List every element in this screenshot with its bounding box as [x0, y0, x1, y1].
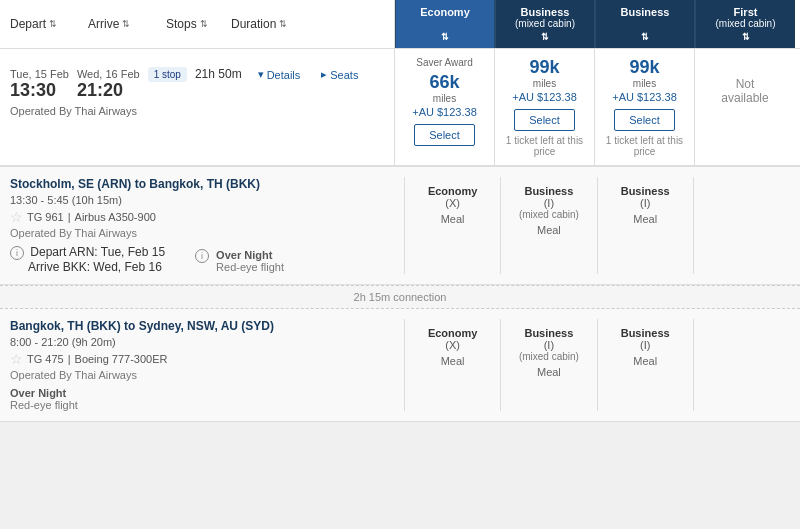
arrive-time: 21:20 — [77, 80, 140, 101]
segment-1-cabin-business-mixed: Business (I) (mixed cabin) Meal — [501, 177, 597, 274]
ticket-left-business: 1 ticket left at this price — [601, 135, 688, 157]
segment-2-left: Bangkok, TH (BKK) to Sydney, NSW, AU (SY… — [10, 319, 405, 411]
business1-sub: (mixed cabin) — [515, 18, 575, 29]
select-business-button[interactable]: Select — [614, 109, 675, 131]
business2-sort-icon: ⇅ — [641, 32, 649, 42]
cabin-header-business1: Business (mixed cabin) ⇅ — [495, 0, 595, 48]
segment-1-depart-text: Depart ARN: Tue, Feb 15 — [30, 245, 165, 259]
business1-sort-icon: ⇅ — [541, 32, 549, 42]
award-label-economy: Saver Award — [416, 57, 473, 68]
first-label: First — [734, 6, 758, 18]
s2-cabin-biz-mixed-class: Business — [507, 327, 590, 339]
stops-badge: 1 stop — [148, 67, 187, 82]
main-container: Depart ⇅ Arrive ⇅ Stops ⇅ Duration ⇅ Eco… — [0, 0, 800, 422]
segment-1-left: Stockholm, SE (ARN) to Bangkok, TH (BKK)… — [10, 177, 405, 274]
segment-1-cabin-business: Business (I) Meal — [598, 177, 694, 274]
overnight-text-2: Over Night Red-eye flight — [10, 387, 78, 411]
segment-1-operated: Operated By Thai Airways — [10, 227, 394, 239]
sort-depart-icon: ⇅ — [49, 19, 57, 29]
s2-cabin-biz-mixed-sub: (I) — [507, 339, 590, 351]
segment-1-times: 13:30 - 5:45 (10h 15m) — [10, 194, 394, 206]
segment-1-aircraft: Airbus A350-900 — [75, 211, 156, 223]
first-sort-icon: ⇅ — [742, 32, 750, 42]
business2-label: Business — [621, 6, 670, 18]
stops-label: Stops — [166, 17, 197, 31]
segment-1-depart-info: i Depart ARN: Tue, Feb 15 Arrive BKK: We… — [10, 245, 165, 274]
s1-meal-economy: Meal — [411, 213, 494, 225]
sort-depart[interactable]: Depart ⇅ — [10, 17, 88, 31]
s1-cabin-economy-sub: (X) — [411, 197, 494, 209]
segment-row-1: Stockholm, SE (ARN) to Bangkok, TH (BKK)… — [0, 167, 800, 285]
segment-row-2: Bangkok, TH (BKK) to Sydney, NSW, AU (SY… — [0, 309, 800, 421]
s1-cabin-biz-mixed-class: Business — [507, 185, 590, 197]
segment-2-operated: Operated By Thai Airways — [10, 369, 394, 381]
depart-time: 13:30 — [10, 80, 69, 101]
overnight-label-2: Over Night — [10, 387, 78, 399]
segment-2-aircraft: Boeing 777-300ER — [75, 353, 168, 365]
duration: 21h 50m — [195, 67, 242, 81]
sort-duration[interactable]: Duration ⇅ — [231, 17, 321, 31]
ticket-left-business-mixed: 1 ticket left at this price — [501, 135, 588, 157]
details-button[interactable]: Details — [250, 65, 309, 84]
not-available-first: Not available — [701, 57, 789, 125]
s1-cabin-biz-class: Business — [604, 185, 687, 197]
separator-1: | — [68, 211, 71, 223]
connection-bar: 2h 15m connection — [0, 285, 800, 309]
separator-2: | — [68, 353, 71, 365]
depart-block: Tue, 15 Feb 13:30 — [10, 68, 69, 101]
sort-stops-icon: ⇅ — [200, 19, 208, 29]
s1-meal-biz: Meal — [604, 213, 687, 225]
segment-2-cabin-first — [694, 319, 790, 411]
header-row: Depart ⇅ Arrive ⇅ Stops ⇅ Duration ⇅ Eco… — [0, 0, 800, 49]
overnight-sub-2: Red-eye flight — [10, 399, 78, 411]
segment-1-cabin-first — [694, 177, 790, 274]
sort-arrive[interactable]: Arrive ⇅ — [88, 17, 166, 31]
s2-meal-biz: Meal — [604, 355, 687, 367]
s1-cabin-biz-sub: (I) — [604, 197, 687, 209]
price-economy: Saver Award 66k miles +AU $123.38 Select — [395, 49, 495, 165]
sort-stops[interactable]: Stops ⇅ — [166, 17, 231, 31]
segment-2-route: Bangkok, TH (BKK) to Sydney, NSW, AU (SY… — [10, 319, 394, 333]
aud-economy: +AU $123.38 — [412, 106, 477, 118]
s2-cabin-biz-mixed-extra: (mixed cabin) — [507, 351, 590, 362]
depart-date: Tue, 15 Feb — [10, 68, 69, 80]
miles-unit-business: miles — [633, 78, 656, 89]
segment-2-flight-number: TG 475 — [27, 353, 64, 365]
first-sub: (mixed cabin) — [715, 18, 775, 29]
price-first: Not available — [695, 49, 795, 165]
select-economy-button[interactable]: Select — [414, 124, 475, 146]
segment-1-flight-info: ☆ TG 961 | Airbus A350-900 — [10, 209, 394, 225]
segment-1-datetime-row: i Depart ARN: Tue, Feb 15 Arrive BKK: We… — [10, 245, 394, 274]
segment-1-arrive-text: Arrive BKK: Wed, Feb 16 — [28, 260, 162, 274]
info-icon-overnight: i — [195, 249, 209, 263]
economy-sort-icon: ⇅ — [441, 32, 449, 42]
select-business-mixed-button[interactable]: Select — [514, 109, 575, 131]
seats-button[interactable]: Seats — [313, 65, 366, 84]
operated-by: Operated By Thai Airways — [10, 105, 384, 117]
economy-label: Economy — [420, 6, 470, 18]
depart-label: Depart — [10, 17, 46, 31]
duration-label: Duration — [231, 17, 276, 31]
miles-business: 99k — [629, 57, 659, 78]
segment-2-cabin-business: Business (I) Meal — [598, 319, 694, 411]
s2-cabin-economy-class: Economy — [411, 327, 494, 339]
price-business: 99k miles +AU $123.38 Select 1 ticket le… — [595, 49, 695, 165]
star-icon-2: ☆ — [10, 351, 23, 367]
s2-meal-biz-mixed: Meal — [507, 366, 590, 378]
s2-cabin-economy-sub: (X) — [411, 339, 494, 351]
segment-1-cabin-economy: Economy (X) Meal — [405, 177, 501, 274]
s2-cabin-biz-class: Business — [604, 327, 687, 339]
aud-business: +AU $123.38 — [612, 91, 677, 103]
miles-unit-economy: miles — [433, 93, 456, 104]
overnight-label-1: Over Night — [216, 249, 284, 261]
segment-2-cabin-economy: Economy (X) Meal — [405, 319, 501, 411]
segment-1-flight-number: TG 961 — [27, 211, 64, 223]
connection-text: 2h 15m connection — [354, 291, 447, 303]
flight-left-panel: Tue, 15 Feb 13:30 Wed, 16 Feb 21:20 1 st… — [0, 49, 395, 165]
s2-cabin-biz-sub: (I) — [604, 339, 687, 351]
business1-label: Business — [521, 6, 570, 18]
overnight-text: Over Night Red-eye flight — [216, 249, 284, 273]
segment-2-cabin-business-mixed: Business (I) (mixed cabin) Meal — [501, 319, 597, 411]
s2-meal-economy: Meal — [411, 355, 494, 367]
miles-unit-business-mixed: miles — [533, 78, 556, 89]
